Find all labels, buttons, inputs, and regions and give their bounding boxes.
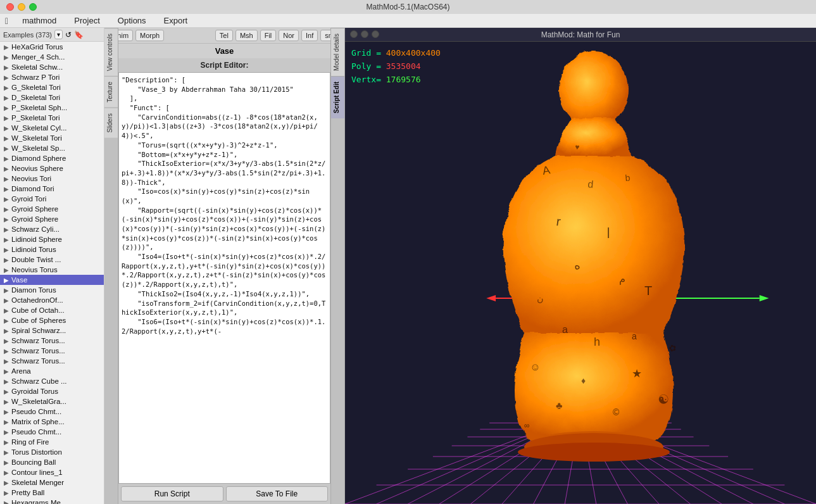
script-editor[interactable]: "Description": [ "Vase_3 by Abderrahman … (118, 72, 330, 484)
app-container: Examples (373) ▾ ↺ 🔖 ▶HeXaGrid Torus▶Men… (0, 28, 816, 504)
list-item[interactable]: ▶Menger_4 Sch... (0, 52, 104, 62)
view-controls-tab[interactable]: View controls (104, 28, 118, 76)
script-edit-tab[interactable]: Script Edit (331, 76, 344, 118)
list-item-label: W_Skeletal Tori (11, 134, 62, 142)
run-script-button[interactable]: Run Script (121, 486, 223, 501)
list-arrow: ▶ (4, 206, 9, 213)
list-item[interactable]: ▶Diamond Sphere (0, 153, 104, 163)
morph-button[interactable]: Morph (135, 30, 164, 41)
list-item[interactable]: ▶P_Skeletal Sph... (0, 103, 104, 113)
list-item[interactable]: ▶Schwarz Torus... (0, 336, 104, 346)
list-item[interactable]: ▶Vase (0, 275, 104, 285)
nor-button[interactable]: Nor (279, 30, 299, 41)
list-item[interactable]: ▶Bouncing Ball (0, 457, 104, 467)
list-item-label: Pseudo Chmt... (11, 428, 61, 436)
tel-button[interactable]: Tel (215, 30, 233, 41)
list-item[interactable]: ▶Skeletal Menger (0, 477, 104, 488)
list-item[interactable]: ▶Schwarz Cube ... (0, 376, 104, 386)
list-item[interactable]: ▶Schwarz Torus... (0, 356, 104, 366)
list-item[interactable]: ▶Neovius Sphere (0, 163, 104, 173)
list-item[interactable]: ▶Contour lines_1 (0, 467, 104, 477)
maximize-button[interactable] (29, 3, 37, 11)
list-item[interactable]: ▶W_Skeletal Tori (0, 133, 104, 143)
list-item-label: Schwarz Cube ... (11, 377, 67, 385)
list-arrow: ▶ (4, 196, 9, 203)
minimize-button[interactable] (18, 3, 25, 11)
list-item[interactable]: ▶Pseudo Chmt... (0, 427, 104, 437)
list-item[interactable]: ▶D_Skeletal Tori (0, 92, 104, 103)
list-item[interactable]: ▶HeXaGrid Torus (0, 42, 104, 52)
list-item-label: Matrix of Sphe... (11, 418, 65, 425)
list-item[interactable]: ▶Gyroid Sphere (0, 204, 104, 214)
menu-export[interactable]: Export (160, 15, 192, 27)
list-item[interactable]: ▶W_Skeletal Cyl... (0, 123, 104, 133)
list-item[interactable]: ▶OctahedronOf... (0, 295, 104, 305)
list-item[interactable]: ▶Ring of Fire (0, 437, 104, 447)
refresh-icon[interactable]: ↺ (65, 30, 72, 39)
list-arrow: ▶ (4, 419, 9, 425)
save-to-file-button[interactable]: Save To File (226, 486, 329, 501)
list-item[interactable]: ▶Arena (0, 366, 104, 376)
list-arrow: ▶ (4, 327, 9, 334)
svg-text:b: b (625, 172, 631, 183)
list-item[interactable]: ▶Skeletal Schw... (0, 62, 104, 72)
list-item[interactable]: ▶Schwarz Torus... (0, 346, 104, 356)
list-item[interactable]: ▶Neovius Torus (0, 265, 104, 275)
list-item[interactable]: ▶Matrix of Sphe... (0, 417, 104, 427)
list-item[interactable]: ▶Gyroid Sphere (0, 214, 104, 224)
list-item[interactable]: ▶W_Skeletal Sp... (0, 143, 104, 153)
rt-max[interactable] (372, 30, 379, 38)
list-item[interactable]: ▶Pretty Ball (0, 488, 104, 498)
list-item[interactable]: ▶Cube of Spheres (0, 315, 104, 325)
menu-options[interactable]: Options (114, 15, 150, 27)
list-item[interactable]: ▶Double Twist ... (0, 255, 104, 265)
list-item[interactable]: ▶W_SkeletalGra... (0, 396, 104, 406)
list-item[interactable]: ▶Lidinoid Torus (0, 244, 104, 255)
list-item[interactable]: ▶Diamon Torus (0, 285, 104, 295)
rt-close[interactable] (350, 30, 358, 38)
window-title: MathMod-5.1(MacOS64) (366, 3, 449, 11)
list-arrow: ▶ (4, 216, 9, 223)
list-item[interactable]: ▶Spiral Schwarz... (0, 325, 104, 336)
inf-button[interactable]: Inf (301, 30, 318, 41)
rt-min[interactable] (361, 30, 368, 38)
toolbar: Anim Morph Tel Msh Fil Nor Inf smt (104, 28, 344, 44)
canvas-3d[interactable]: A d b r ا ه م ن T a h a ☺ ♦ ★ ♣ © ☯ ∞ ✿ (345, 42, 816, 504)
list-item[interactable]: ▶Cube of Octah... (0, 305, 104, 315)
menu-mathmod[interactable]: mathmod (18, 15, 60, 27)
list-item-label: Diamond Tori (11, 185, 54, 192)
texture-tab[interactable]: Texture (104, 76, 118, 108)
list-item[interactable]: ▶Gyroidal Torus (0, 386, 104, 396)
msh-button[interactable]: Msh (235, 30, 258, 41)
list-item[interactable]: ▶Gyroid Tori (0, 194, 104, 204)
list-item-label: Ring of Fire (11, 438, 49, 446)
svg-text:✿: ✿ (668, 342, 678, 354)
sliders-tab[interactable]: Sliders (104, 108, 118, 138)
list-arrow: ▶ (4, 439, 9, 446)
bookmark-icon[interactable]: 🔖 (74, 30, 84, 39)
right-title-bar: MathMod: Math for Fun (345, 28, 816, 42)
list-item[interactable]: ▶Torus Distortion (0, 447, 104, 457)
list-item-label: Diamond Sphere (11, 154, 66, 162)
list-item[interactable]: ▶Pseudo Chmt... (0, 406, 104, 417)
list-item[interactable]: ▶G_Skeletal Tori (0, 82, 104, 92)
vase-svg: A d b r ا ه م ن T a h a ☺ ♦ ★ ♣ © ☯ ∞ ✿ (461, 48, 727, 491)
list-item[interactable]: ▶Hexagrams Me... (0, 498, 104, 504)
list-item[interactable]: ▶Diamond Tori (0, 184, 104, 194)
list-item-label: D_Skeletal Tori (11, 94, 60, 101)
list-item[interactable]: ▶Lidinoid Sphere (0, 234, 104, 244)
list-item[interactable]: ▶Schwarz P Tori (0, 72, 104, 82)
traffic-lights (0, 3, 43, 11)
examples-dropdown[interactable]: ▾ (54, 30, 63, 39)
menu-project[interactable]: Project (70, 15, 103, 27)
list-item-label: Pretty Ball (11, 489, 44, 496)
close-button[interactable] (6, 3, 14, 11)
list-item[interactable]: ▶Neovius Tori (0, 173, 104, 184)
list-item[interactable]: ▶P_Skeletal Tori (0, 113, 104, 123)
list-container[interactable]: ▶HeXaGrid Torus▶Menger_4 Sch...▶Skeletal… (0, 42, 104, 504)
list-item[interactable]: ▶Schwarz Cyli... (0, 224, 104, 234)
model-details-tab[interactable]: Model details (331, 28, 344, 76)
list-arrow: ▶ (4, 145, 9, 152)
list-item-label: Gyroid Sphere (11, 205, 58, 213)
fil-button[interactable]: Fil (260, 30, 277, 41)
